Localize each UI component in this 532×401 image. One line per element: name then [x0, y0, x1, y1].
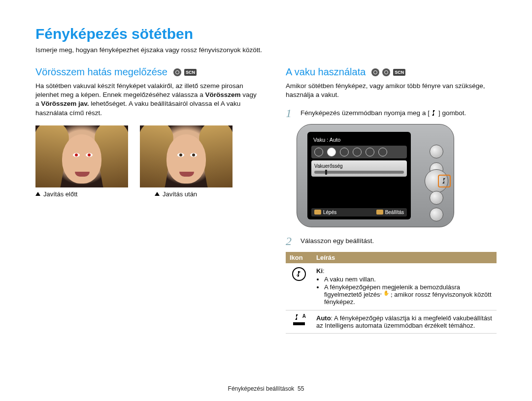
step-number: 2 — [286, 235, 296, 247]
th-icon: Ikon — [286, 252, 312, 263]
option-body: : A fényképezőgép választja ki a megfele… — [316, 314, 492, 329]
section-heading-redeye: Vörösszem hatás megelőzése SCN — [35, 66, 261, 78]
cam-flash-mode-strip — [311, 146, 407, 158]
mode-p-icon — [382, 68, 390, 76]
redeye-paragraph: Ha sötétben vakuval készít fényképet val… — [35, 82, 261, 118]
flash-off-icon — [292, 267, 306, 281]
comparison-photos — [35, 125, 261, 187]
table-row: Ki: A vaku nem villan. A fényképezőgépen… — [286, 263, 497, 310]
mode-scn-icon: SCN — [393, 69, 405, 76]
mode-smart-icon — [371, 68, 379, 76]
page-title: Fényképezés sötétben — [35, 26, 497, 42]
step-number: 1 — [286, 107, 296, 119]
th-desc: Leírás — [312, 252, 497, 263]
mode-p-icon — [173, 68, 181, 76]
section-heading-flash-text: A vaku használata — [286, 66, 366, 78]
mode-badges: SCN — [371, 68, 405, 76]
cam-intensity-slider — [314, 171, 404, 174]
flash-auto-icon: A — [293, 314, 305, 325]
section-heading-flash: A vaku használata SCN — [286, 66, 497, 78]
cam-intensity-panel: Vakuerősség — [311, 160, 407, 177]
step-1-text-pre: Fényképezés üzemmódban nyomja meg a [ — [300, 109, 430, 117]
step-2-text: Válasszon egy beállítást. — [300, 235, 497, 247]
flash-options-table: Ikon Leírás Ki: A vaku nem villan. — [286, 252, 497, 334]
option-title: Ki — [316, 267, 323, 275]
step-1: 1 Fényképezés üzemmódban nyomja meg a []… — [286, 107, 497, 119]
cam-hints: Lépés Beállítás — [311, 208, 407, 216]
cam-intensity-label: Vakuerősség — [314, 163, 404, 169]
cam-hint-right: Beállítás — [385, 210, 404, 215]
table-row: A Auto: A fényképezőgép választja ki a m… — [286, 310, 497, 334]
flash-button-icon — [430, 110, 438, 117]
shake-warning-icon: ‹› — [383, 291, 390, 298]
caption-before: Javítás előtt — [35, 190, 142, 198]
mode-badges: SCN — [173, 68, 197, 76]
photo-after — [140, 125, 233, 187]
flash-paragraph: Amikor sötétben fényképez, vagy amikor t… — [286, 82, 497, 99]
page-footer: Fényképezési beállítások 55 — [0, 385, 532, 392]
option-bullet: A fényképezőgépen megjelenik a bemozdulá… — [324, 283, 493, 306]
intro-text: Ismerje meg, hogyan fényképezhet éjszaka… — [35, 46, 497, 54]
option-bullet: A vaku nem villan. — [324, 276, 493, 283]
option-title: Auto — [316, 314, 331, 322]
photo-before — [35, 125, 128, 187]
camera-illustration: Vaku : Auto Vakuerősség Lépés Beállítás — [297, 124, 454, 227]
flash-button-highlight — [438, 175, 451, 187]
section-heading-redeye-text: Vörösszem hatás megelőzése — [35, 66, 167, 78]
step-2: 2 Válasszon egy beállítást. — [286, 235, 497, 247]
cam-screen-title: Vaku : Auto — [311, 136, 407, 144]
caption-after: Javítás után — [155, 190, 261, 198]
step-1-text-post: ] gombot. — [438, 109, 466, 117]
mode-scn-icon: SCN — [184, 69, 197, 76]
cam-hint-left: Lépés — [323, 210, 336, 215]
